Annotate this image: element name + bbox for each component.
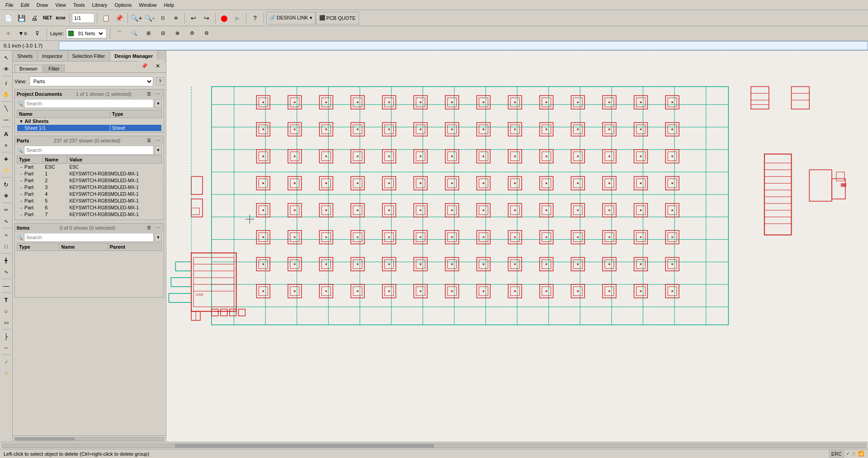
schematic-area[interactable]: USB (166, 51, 868, 442)
tool-delete[interactable]: ✂ (1, 204, 12, 215)
items-more-btn[interactable]: ⋯ (154, 224, 162, 231)
tool-step[interactable]: ↔ (1, 342, 12, 353)
new-button[interactable]: 📄 (2, 12, 14, 24)
tool-cross[interactable]: ╋ (1, 255, 12, 266)
schematic-btn7[interactable]: ⚙ (200, 27, 213, 40)
menu-file[interactable]: File (2, 1, 17, 9)
tool-info[interactable]: i (1, 78, 12, 89)
tab-inspector[interactable]: Inspector (38, 51, 67, 61)
tool-hand[interactable]: ✋ (1, 89, 12, 100)
zoom-fit-button[interactable]: ⊡ (156, 12, 169, 24)
tab-browser[interactable]: Browser (14, 65, 42, 72)
schematic-btn2[interactable]: 🔍 (128, 27, 141, 40)
netlist-button[interactable]: NET (41, 12, 54, 24)
scrollbar-thumb[interactable] (175, 444, 434, 448)
tab-filter[interactable]: Filter (43, 65, 64, 72)
save-button[interactable]: 💾 (15, 12, 28, 24)
print-button[interactable]: 🖨 (28, 12, 41, 24)
tool-warn[interactable]: ⚠ (1, 368, 12, 378)
schematic-btn1[interactable]: ⌒ (113, 27, 126, 40)
tool-probe[interactable]: ∿ (1, 216, 12, 227)
schematic-btn6[interactable]: ⚙ (186, 27, 198, 40)
tool-hierarchy[interactable]: □ (1, 241, 12, 252)
status-erc-icon[interactable]: ERC (829, 450, 844, 458)
pcb-quote-button[interactable]: ⬛ PCB QUOTE (316, 12, 359, 24)
page-input[interactable] (72, 13, 94, 23)
tool-minus[interactable]: — (1, 280, 12, 291)
filter-button[interactable]: ▼≡ (16, 27, 29, 40)
project-search-dropdown[interactable]: ▼ (155, 99, 162, 108)
panel-pin-button[interactable]: 📌 (138, 60, 151, 72)
menu-window[interactable]: Window (135, 1, 160, 9)
tool-move[interactable]: ✥ (1, 190, 12, 201)
tool-rect[interactable]: ▭ (1, 317, 12, 328)
project-search-input[interactable] (24, 99, 154, 108)
menu-tools[interactable]: Tools (70, 1, 89, 9)
redo-button[interactable]: ↪ (200, 12, 213, 24)
funnel-button[interactable]: ⊽ (31, 27, 43, 40)
layer-dropdown[interactable]: 91 Nets (75, 28, 104, 38)
menu-view[interactable]: View (52, 1, 70, 9)
items-search-input[interactable] (24, 233, 154, 242)
resume-button[interactable]: ▶ (231, 12, 244, 24)
table-row[interactable]: → Part 1 KEYSWITCH-RGBSMDLED-MX-1 (17, 170, 162, 177)
parts-search-input[interactable] (24, 146, 154, 155)
tool-rotate[interactable]: ↻ (1, 179, 12, 190)
tool-line3[interactable]: ├ (1, 331, 12, 342)
zoom-out-button[interactable]: 🔍- (143, 12, 156, 24)
items-list-btn[interactable]: ☰ (145, 224, 153, 231)
tool-label[interactable]: A (1, 128, 12, 139)
tool-sim[interactable]: ∿ (1, 266, 12, 277)
tool-add[interactable]: + (1, 154, 12, 165)
stop-button[interactable]: ⬤ (218, 12, 231, 24)
schematic-btn5[interactable]: ⊕ (171, 27, 184, 40)
side-scrollbar-thumb[interactable] (15, 438, 75, 440)
parts-more-btn[interactable]: ⋯ (154, 137, 162, 144)
bom-button[interactable]: BOM (54, 12, 67, 24)
tool-line[interactable]: — (1, 114, 12, 125)
help-button[interactable]: ? (249, 12, 261, 24)
command-input[interactable] (59, 41, 868, 50)
undo-button[interactable]: ↩ (187, 12, 200, 24)
all-sheets-group[interactable]: ▼ All Sheets (17, 118, 162, 125)
menu-help[interactable]: Help (160, 1, 178, 9)
clipboard-button[interactable]: 📋 (99, 12, 112, 24)
tool-power[interactable]: ⚡ (1, 165, 12, 176)
table-row[interactable]: → Part 7 KEYSWITCH-RGBSMDLED-MX-1 (17, 211, 162, 218)
design-link-button[interactable]: 🔗 DESIGN LINK ▾ (266, 12, 316, 24)
items-search-dropdown[interactable]: ▼ (155, 233, 162, 242)
panel-close-button[interactable]: ✕ (151, 60, 164, 72)
menu-options[interactable]: Options (111, 1, 135, 9)
tool-pointer[interactable]: ↖ (1, 52, 12, 63)
table-row[interactable]: → Part ESC ESC (17, 164, 162, 170)
tab-design-manager[interactable]: Design Manager (110, 51, 158, 61)
table-row[interactable]: → Part 4 KEYSWITCH-RGBSMDLED-MX-1 (17, 191, 162, 198)
tool-erc[interactable]: ✓ (1, 356, 12, 367)
view-help-button[interactable]: ? (156, 77, 164, 85)
proj-docs-list-btn[interactable]: ☰ (145, 90, 153, 97)
tool-text[interactable]: T (1, 294, 12, 305)
menu-draw[interactable]: Draw (33, 1, 52, 9)
tab-selection-filter[interactable]: Selection Filter (68, 51, 110, 61)
proj-docs-more-btn[interactable]: ⋯ (154, 90, 162, 97)
tool-annotate[interactable]: ≈ (1, 230, 12, 241)
parts-search-dropdown[interactable]: ▼ (155, 146, 162, 155)
schematic-btn4[interactable]: ⊟ (157, 27, 170, 40)
table-row[interactable]: → Part 6 KEYSWITCH-RGBSMDLED-MX-1 (17, 204, 162, 211)
schematic-btn3[interactable]: ⊞ (142, 27, 155, 40)
zoom-in-button[interactable]: 🔍+ (130, 12, 143, 24)
view-dropdown[interactable]: Parts Nets Design Rules (29, 76, 153, 86)
zoom-area-button[interactable]: ⊕ (170, 12, 182, 24)
tool-wire[interactable]: ╲ (1, 103, 12, 114)
menu-library[interactable]: Library (89, 1, 111, 9)
tool-eye[interactable]: 👁 (1, 64, 12, 75)
table-row[interactable]: → Part 3 KEYSWITCH-RGBSMDLED-MX-1 (17, 184, 162, 191)
menu-edit[interactable]: Edit (17, 1, 33, 9)
tab-sheets[interactable]: Sheets (13, 51, 38, 61)
side-panel-scrollbar[interactable] (13, 435, 166, 442)
bottom-scrollbar[interactable] (0, 442, 868, 449)
table-row[interactable]: Sheet 1/1 Sheet (17, 125, 162, 132)
table-row[interactable]: → Part 2 KEYSWITCH-RGBSMDLED-MX-1 (17, 177, 162, 184)
snap-button[interactable]: ⊹ (2, 27, 14, 40)
parts-list-btn[interactable]: ☰ (145, 137, 153, 144)
